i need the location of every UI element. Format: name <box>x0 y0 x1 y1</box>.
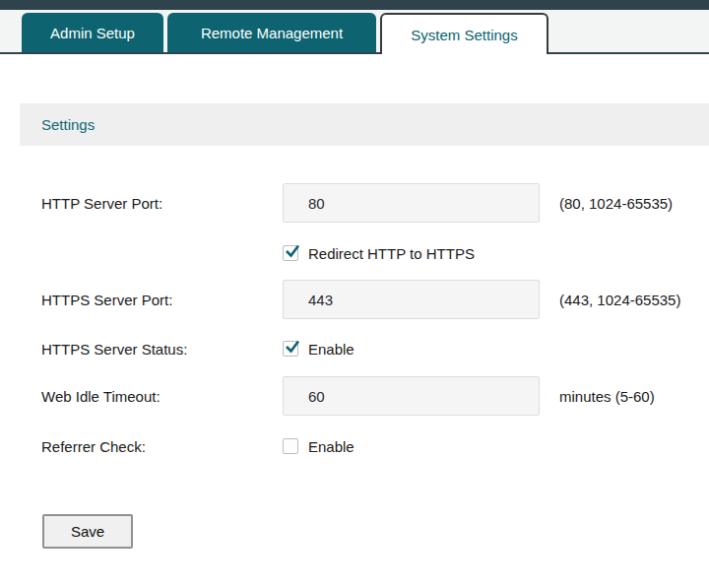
http-server-port-hint: (80, 1024-65535) <box>559 195 673 212</box>
http-server-port-label: HTTP Server Port: <box>41 195 162 212</box>
redirect-http-to-https-label[interactable]: Redirect HTTP to HTTPS <box>308 245 475 262</box>
https-server-port-row: HTTPS Server Port: (443, 1024-65535) <box>0 280 709 319</box>
https-server-status-row: HTTPS Server Status: Enable <box>0 333 709 364</box>
web-idle-timeout-row: Web Idle Timeout: minutes (5-60) <box>0 376 709 416</box>
tab-system-settings[interactable]: System Settings <box>380 13 548 54</box>
referrer-check-row: Referrer Check: Enable <box>0 430 709 462</box>
tab-remote-management[interactable]: Remote Management <box>167 13 376 52</box>
save-button[interactable]: Save <box>42 514 133 549</box>
https-server-port-label: HTTPS Server Port: <box>41 292 172 308</box>
web-idle-timeout-label: Web Idle Timeout: <box>41 388 161 405</box>
https-server-port-input[interactable] <box>283 280 540 319</box>
section-title: Settings <box>41 116 95 133</box>
redirect-http-to-https-checkbox[interactable] <box>283 245 298 261</box>
web-idle-timeout-hint: minutes (5-60) <box>559 388 655 405</box>
tab-bar: Admin Setup Remote Management System Set… <box>22 13 548 54</box>
top-bar <box>0 0 709 10</box>
referrer-check-checkbox[interactable] <box>283 438 298 454</box>
check-icon <box>284 338 301 356</box>
web-idle-timeout-input[interactable] <box>283 376 540 416</box>
http-server-port-input[interactable] <box>283 183 540 223</box>
https-server-status-enable-label[interactable]: Enable <box>308 341 354 358</box>
system-settings-page: Admin Setup Remote Management System Set… <box>0 0 709 588</box>
redirect-http-row: Redirect HTTP to HTTPS <box>0 237 709 269</box>
settings-section-header: Settings <box>20 103 709 146</box>
http-server-port-row: HTTP Server Port: (80, 1024-65535) <box>0 183 709 223</box>
check-icon <box>284 242 301 260</box>
tab-admin-setup[interactable]: Admin Setup <box>22 13 163 52</box>
referrer-check-label: Referrer Check: <box>41 438 146 455</box>
referrer-check-enable-label[interactable]: Enable <box>308 438 354 455</box>
https-server-status-label: HTTPS Server Status: <box>41 341 187 358</box>
https-server-port-hint: (443, 1024-65535) <box>559 292 680 308</box>
https-server-status-checkbox[interactable] <box>283 341 298 357</box>
